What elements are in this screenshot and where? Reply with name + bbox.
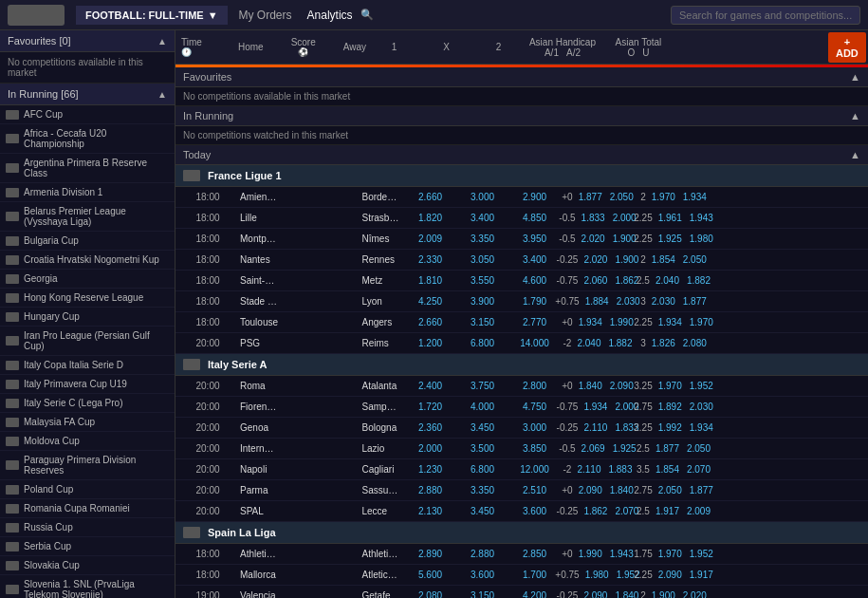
sidebar-item[interactable]: Italy Serie C (Lega Pro) [0, 394, 175, 413]
odds-1[interactable]: 2.000 [404, 442, 456, 455]
total-o[interactable]: 1.970 [650, 191, 677, 203]
odds-2[interactable]: 2.850 [508, 548, 561, 560]
sidebar-item[interactable]: Paraguay Primera Division Reserves [0, 451, 175, 480]
ha2[interactable]: 1.883 [606, 463, 634, 476]
ha1[interactable]: 2.069 [580, 442, 607, 455]
total-o[interactable]: 1.917 [654, 505, 681, 517]
sidebar-item[interactable]: Georgia [0, 270, 175, 289]
sidebar-favourites-header[interactable]: Favourites [0] ▲ [0, 30, 175, 52]
total-u[interactable]: 2.009 [685, 505, 712, 517]
odds-2[interactable]: 3.950 [508, 233, 561, 245]
odds-2[interactable]: 4.750 [508, 401, 561, 413]
odds-2[interactable]: 3.000 [508, 421, 561, 434]
total-o[interactable]: 1.854 [650, 253, 677, 266]
ha1[interactable]: 1.884 [583, 295, 611, 308]
total-u[interactable]: 1.970 [688, 316, 715, 328]
sidebar-item[interactable]: Poland Cup [0, 480, 175, 499]
odds-1[interactable]: 4.250 [404, 295, 456, 308]
odds-1[interactable]: 2.660 [404, 191, 456, 203]
odds-x[interactable]: 3.150 [456, 589, 508, 598]
total-o[interactable]: 1.854 [654, 463, 681, 476]
odds-2[interactable]: 2.510 [508, 484, 561, 496]
total-o[interactable]: 1.892 [656, 401, 684, 413]
odds-x[interactable]: 3.450 [456, 505, 508, 517]
sidebar-inrunning-header[interactable]: In Running [66] ▲ [0, 84, 175, 105]
total-o[interactable]: 2.050 [656, 484, 684, 496]
ha1[interactable]: 1.934 [577, 316, 604, 328]
odds-1[interactable]: 2.080 [404, 589, 456, 598]
total-u[interactable]: 2.030 [688, 401, 715, 413]
odds-1[interactable]: 2.130 [404, 505, 456, 517]
odds-x[interactable]: 6.800 [456, 463, 508, 476]
odds-x[interactable]: 3.350 [456, 233, 508, 245]
total-u[interactable]: 1.943 [688, 212, 715, 224]
total-o[interactable]: 1.925 [656, 233, 684, 245]
odds-1[interactable]: 2.360 [404, 421, 456, 434]
total-u[interactable]: 2.070 [685, 463, 712, 476]
odds-1[interactable]: 5.600 [404, 569, 456, 581]
odds-1[interactable]: 2.880 [404, 484, 456, 496]
sidebar-item[interactable]: Malaysia FA Cup [0, 413, 175, 432]
odds-x[interactable]: 3.750 [456, 380, 508, 392]
odds-2[interactable]: 4.600 [508, 274, 561, 287]
odds-2[interactable]: 2.900 [508, 191, 561, 203]
ha1[interactable]: 1.840 [577, 380, 604, 392]
total-o[interactable]: 2.040 [654, 274, 681, 287]
football-dropdown[interactable]: FOOTBALL: FULL-TIME ▼ [76, 6, 228, 25]
total-u[interactable]: 1.917 [688, 569, 715, 581]
odds-x[interactable]: 6.800 [456, 337, 508, 349]
ha1[interactable]: 1.877 [577, 191, 604, 203]
my-orders-link[interactable]: My Orders [239, 9, 292, 22]
odds-2[interactable]: 12.000 [508, 463, 561, 476]
odds-x[interactable]: 3.450 [456, 421, 508, 434]
odds-x[interactable]: 3.350 [456, 484, 508, 496]
odds-x[interactable]: 2.880 [456, 548, 508, 560]
odds-2[interactable]: 3.600 [508, 505, 561, 517]
odds-1[interactable]: 2.009 [404, 233, 456, 245]
odds-2[interactable]: 4.200 [508, 589, 561, 598]
sidebar-item[interactable]: Serbia Cup [0, 537, 175, 556]
total-u[interactable]: 1.952 [688, 548, 715, 560]
odds-x[interactable]: 3.500 [456, 442, 508, 455]
ha1[interactable]: 1.990 [577, 548, 604, 560]
odds-2[interactable]: 1.790 [508, 295, 561, 308]
total-o[interactable]: 1.961 [656, 212, 684, 224]
search-input[interactable] [671, 6, 860, 25]
total-u[interactable]: 1.934 [688, 421, 715, 434]
ha1[interactable]: 2.020 [580, 233, 607, 245]
odds-1[interactable]: 1.230 [404, 463, 456, 476]
ha2[interactable]: 1.990 [608, 316, 636, 328]
odds-x[interactable]: 3.550 [456, 274, 508, 287]
ha1[interactable]: 2.090 [577, 484, 604, 496]
sidebar-item[interactable]: Hong Kong Reserve League [0, 289, 175, 308]
sidebar-item[interactable]: Italy Copa Italia Serie D [0, 356, 175, 375]
sidebar-item[interactable]: Romania Cupa Romaniei [0, 499, 175, 518]
odds-2[interactable]: 4.850 [508, 212, 561, 224]
ha1[interactable]: 2.110 [582, 421, 609, 434]
ha2[interactable]: 1.840 [608, 484, 636, 496]
sidebar-item[interactable]: Slovakia Cup [0, 556, 175, 575]
total-o[interactable]: 1.900 [650, 589, 677, 598]
odds-x[interactable]: 3.600 [456, 569, 508, 581]
ha1[interactable]: 2.110 [575, 463, 602, 476]
odds-1[interactable]: 2.400 [404, 380, 456, 392]
ha1[interactable]: 1.862 [582, 505, 609, 517]
odds-2[interactable]: 14.000 [508, 337, 561, 349]
ha2[interactable]: 1.882 [606, 337, 634, 349]
total-o[interactable]: 1.826 [650, 337, 677, 349]
odds-2[interactable]: 3.850 [508, 442, 561, 455]
total-u[interactable]: 1.934 [681, 191, 709, 203]
ha2[interactable]: 2.050 [608, 191, 636, 203]
sidebar-item[interactable]: Iran Pro League (Persian Gulf Cup) [0, 327, 175, 356]
odds-x[interactable]: 3.900 [456, 295, 508, 308]
odds-2[interactable]: 3.400 [508, 253, 561, 266]
sidebar-item[interactable]: Moldova Cup [0, 432, 175, 451]
odds-1[interactable]: 1.820 [404, 212, 456, 224]
total-o[interactable]: 1.877 [654, 442, 681, 455]
total-u[interactable]: 1.952 [688, 380, 715, 392]
sidebar-item[interactable]: Italy Primavera Cup U19 [0, 375, 175, 394]
odds-x[interactable]: 3.000 [456, 191, 508, 203]
total-u[interactable]: 2.020 [681, 589, 709, 598]
ha2[interactable]: 1.925 [611, 442, 638, 455]
odds-2[interactable]: 1.700 [508, 569, 561, 581]
